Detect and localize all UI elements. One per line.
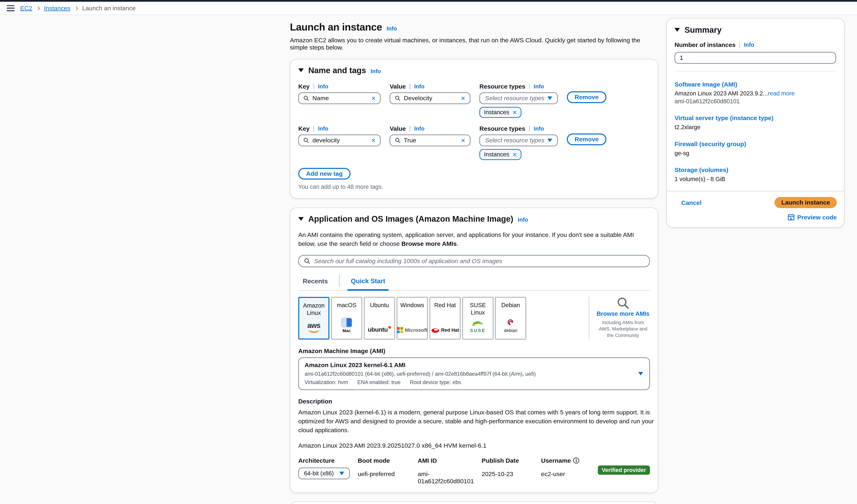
clear-icon[interactable]: × xyxy=(371,137,375,144)
breadcrumb-link-instances[interactable]: Instances xyxy=(44,5,70,12)
number-of-instances-input[interactable] xyxy=(674,52,836,64)
chevron-right-icon xyxy=(36,6,40,11)
value-label: Value xyxy=(390,125,406,132)
value-input[interactable]: × xyxy=(390,135,470,146)
microsoft-logo: Microsoft xyxy=(397,318,427,333)
tab-recents[interactable]: Recents xyxy=(299,275,331,289)
value-input[interactable]: × xyxy=(390,92,470,104)
search-icon xyxy=(617,297,629,309)
add-new-tag-button[interactable]: Add new tag xyxy=(298,168,350,180)
read-more-link[interactable]: read more xyxy=(768,90,795,97)
chip-label: Instances xyxy=(484,151,509,158)
resource-types-info-link[interactable]: Info xyxy=(534,125,544,132)
preview-code-link[interactable]: Preview code xyxy=(788,214,837,221)
number-of-instances-field[interactable] xyxy=(680,54,831,61)
os-card-label: macOS xyxy=(337,301,356,309)
os-card-macos[interactable]: macOS Mac xyxy=(331,297,362,340)
value-input-field[interactable] xyxy=(404,94,458,102)
number-of-instances-info-link[interactable]: Info xyxy=(744,41,754,48)
key-info-link[interactable]: Info xyxy=(318,125,328,132)
storage-link[interactable]: Storage (volumes) xyxy=(674,166,728,173)
instances-chip[interactable]: Instances × xyxy=(480,107,521,118)
info-circle-icon[interactable]: ⓘ xyxy=(573,457,579,464)
ami-search-field[interactable] xyxy=(314,258,644,265)
key-input[interactable]: × xyxy=(298,135,381,146)
divider xyxy=(674,71,836,71)
clear-icon[interactable]: × xyxy=(461,137,465,144)
os-card-suse-linux[interactable]: SUSE Linux SUSE xyxy=(462,297,493,340)
aws-wordmark: aws xyxy=(307,322,320,329)
key-info-link[interactable]: Info xyxy=(318,83,328,90)
ami-intro-browse-bold: Browse more AMIs xyxy=(401,240,457,247)
value-info-link[interactable]: Info xyxy=(414,83,424,90)
ami-tabs: Recents Quick Start xyxy=(298,275,650,291)
instances-chip[interactable]: Instances × xyxy=(480,149,521,160)
publish-date-label: Publish Date xyxy=(482,457,541,464)
key-input[interactable]: × xyxy=(298,92,381,104)
remove-tag-button[interactable]: Remove xyxy=(567,91,606,103)
page-title: Launch an instance xyxy=(290,21,382,33)
ami-search-input[interactable] xyxy=(298,255,650,267)
os-card-amazon-linux[interactable]: Amazon Linux aws xyxy=(298,297,330,340)
os-card-debian[interactable]: Debian debian xyxy=(495,297,526,340)
resource-types-select[interactable]: Select resource types xyxy=(480,92,558,104)
resource-types-select[interactable]: Select resource types xyxy=(480,135,558,146)
breadcrumb-link-ec2[interactable]: EC2 xyxy=(20,5,32,12)
hamburger-menu-icon[interactable] xyxy=(7,5,15,11)
os-card-red-hat[interactable]: Red Hat Red Hat xyxy=(430,297,461,340)
microsoft-wordmark: Microsoft xyxy=(405,327,427,333)
tab-quick-start[interactable]: Quick Start xyxy=(348,275,389,291)
os-card-label: SUSE Linux xyxy=(463,301,493,316)
key-input-field[interactable] xyxy=(313,137,368,144)
username-label: Usernameⓘ xyxy=(541,457,595,464)
collapse-caret-icon[interactable] xyxy=(298,68,304,72)
chip-close-icon[interactable]: × xyxy=(512,151,517,158)
storage-value: 1 volume(s) - 8 GiB xyxy=(674,176,836,183)
os-card-label: Debian xyxy=(501,301,520,309)
firewall-link[interactable]: Firewall (security group) xyxy=(674,140,746,147)
collapse-caret-icon[interactable] xyxy=(298,217,304,221)
name-and-tags-info-link[interactable]: Info xyxy=(371,68,381,74)
search-icon xyxy=(395,138,401,143)
ubuntu-wordmark: ubuntu xyxy=(368,326,388,333)
cancel-button[interactable]: Cancel xyxy=(681,199,702,206)
clear-icon[interactable]: × xyxy=(461,94,465,102)
tag-limit-hint: You can add up to 48 more tags. xyxy=(298,184,650,190)
breadcrumb-bar: EC2 Instances Launch an instance xyxy=(0,2,857,15)
resource-types-info-link[interactable]: Info xyxy=(534,83,544,90)
virtual-server-type-link[interactable]: Virtual server type (instance type) xyxy=(674,115,773,121)
os-card-label: Red Hat xyxy=(434,301,456,309)
ami-select[interactable]: Amazon Linux 2023 kernel-6.1 AMI ami-01a… xyxy=(298,358,650,390)
resource-types-label: Resource types xyxy=(480,125,525,132)
section-instance-type: Instance type Info | Get advice Instance… xyxy=(290,501,658,504)
ami-full-name: Amazon Linux 2023 AMI 2023.9.20251027.0 … xyxy=(298,442,650,449)
breadcrumb-current: Launch an instance xyxy=(82,5,136,12)
value-input-field[interactable] xyxy=(404,137,458,144)
key-input-field[interactable] xyxy=(313,94,368,102)
remove-tag-button[interactable]: Remove xyxy=(567,134,606,145)
clear-icon[interactable]: × xyxy=(371,94,375,102)
ami-section-info-link[interactable]: Info xyxy=(518,216,528,223)
resource-types-placeholder: Select resource types xyxy=(485,94,544,102)
chip-close-icon[interactable]: × xyxy=(512,109,517,116)
main-content: Launch an instance Info Amazon EC2 allow… xyxy=(290,15,658,504)
page-info-link[interactable]: Info xyxy=(387,25,397,32)
os-card-ubuntu[interactable]: Ubuntu ubuntu xyxy=(364,297,395,340)
software-image-link[interactable]: Software Image (AMI) xyxy=(674,81,737,88)
ami-section-title: Application and OS Images (Amazon Machin… xyxy=(308,214,513,224)
description-text: Amazon Linux 2023 (kernel-6.1) is a mode… xyxy=(298,408,654,435)
firewall-value: ge-sg xyxy=(674,150,836,157)
architecture-select[interactable]: 64-bit (x86) xyxy=(298,468,350,479)
os-card-label: Ubuntu xyxy=(370,301,389,309)
os-card-windows[interactable]: Windows Microsoft xyxy=(397,297,428,340)
resource-types-placeholder: Select resource types xyxy=(485,137,544,144)
ami-virtualization: Virtualization: hvm xyxy=(305,379,348,385)
os-card-row: Amazon Linux aws macOS Mac Ubuntu ubuntu xyxy=(298,297,650,340)
launch-instance-button[interactable]: Launch instance xyxy=(775,197,837,208)
os-card-label: Windows xyxy=(400,301,424,309)
page-description: Amazon EC2 allows you to create virtual … xyxy=(290,37,658,51)
preview-code-label: Preview code xyxy=(797,214,837,221)
collapse-caret-icon[interactable] xyxy=(674,28,680,32)
value-info-link[interactable]: Info xyxy=(414,125,424,132)
browse-more-amis-link[interactable]: Browse more AMIs xyxy=(596,310,650,317)
